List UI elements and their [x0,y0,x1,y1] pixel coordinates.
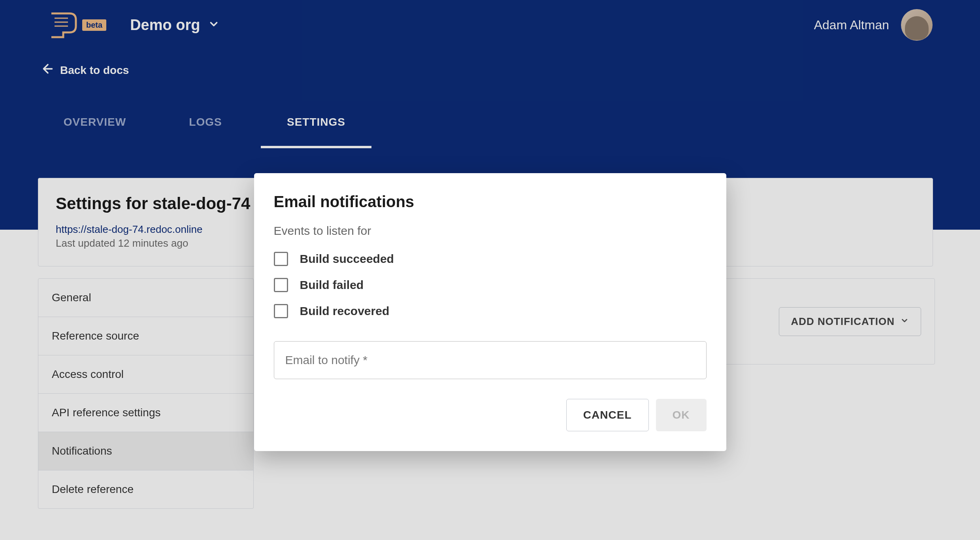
email-to-notify-input[interactable] [274,341,707,379]
checkbox-build-failed-row: Build failed [274,278,707,292]
checkbox-label: Build recovered [300,304,390,318]
checkbox-build-succeeded[interactable] [274,252,288,266]
dialog-title: Email notifications [274,193,707,211]
checkbox-build-recovered-row: Build recovered [274,304,707,318]
email-notifications-dialog: Email notifications Events to listen for… [254,173,726,451]
ok-button[interactable]: OK [656,399,707,431]
cancel-button[interactable]: CANCEL [566,399,649,431]
modal-overlay[interactable]: Email notifications Events to listen for… [0,0,980,540]
checkbox-label: Build failed [300,278,364,292]
dialog-subtitle: Events to listen for [274,224,707,238]
checkbox-build-recovered[interactable] [274,304,288,318]
checkbox-label: Build succeeded [300,252,394,266]
checkbox-build-succeeded-row: Build succeeded [274,252,707,266]
checkbox-build-failed[interactable] [274,278,288,292]
